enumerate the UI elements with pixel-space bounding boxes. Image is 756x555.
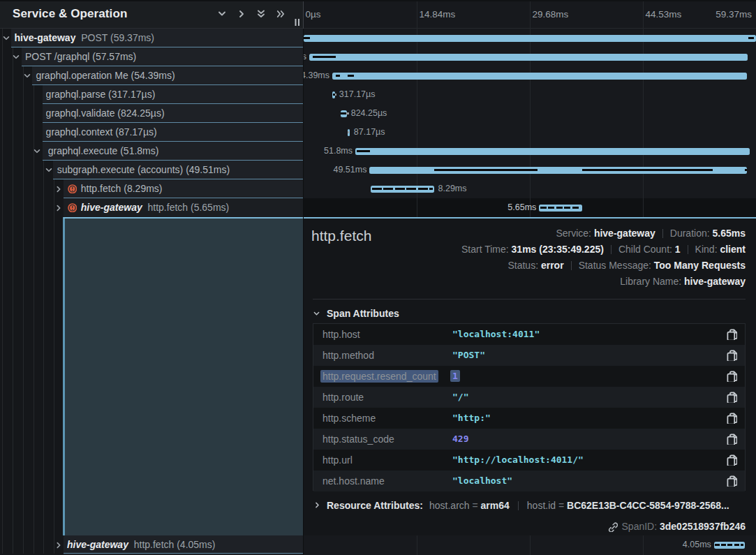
ruler-tick-label: 59.37ms [716,0,752,29]
collapse-one-button chevron-down-icon[interactable] [216,8,228,20]
attribute-row[interactable]: http.method"POST" [313,345,745,366]
span-row[interactable]: hive-gateway http.fetch (4.05ms)4.05ms [0,535,756,554]
indent-guide [2,66,3,85]
timeline-row[interactable]: 54.39ms [304,66,756,85]
copy-value-button copy-icon[interactable] [726,413,737,424]
attribute-row[interactable]: http.request.resend_count1 [313,366,745,387]
timeline-row[interactable] [304,29,756,47]
timeline-row[interactable]: 49.51ms [304,161,756,179]
timeline-row[interactable]: 5.65ms [304,198,756,217]
copy-value-button copy-icon[interactable] [726,350,737,361]
span-expander chevron-right-icon[interactable] [54,541,63,549]
indent-guide [23,217,24,535]
timeline-row[interactable]: 8.29ms [304,179,756,198]
meta-value: client [720,244,746,255]
timeline-row[interactable]: 51.8ms [304,142,756,161]
span-expander chevron-down-icon[interactable] [33,147,41,156]
timeline-row[interactable]: 824.25µs [304,104,756,123]
attribute-row[interactable]: http.route"/" [313,387,745,408]
timeline-row[interactable]: 317.17µs [304,85,756,104]
span-row[interactable]: graphql.context (87.17µs)87.17µs [0,123,756,142]
critical-path-segment [715,544,743,546]
timeline-row[interactable]: 87.17µs [304,123,756,142]
span-expander chevron-down-icon[interactable] [23,72,31,80]
indent-guide [34,217,34,535]
expand-all-button double-chevron-right-icon[interactable] [274,8,287,20]
span-expander chevron-down-icon[interactable] [12,53,20,61]
attribute-value: "POST" [452,345,485,366]
copy-value-button copy-icon[interactable] [726,475,737,487]
panel-divider-header[interactable] [303,0,304,29]
operation-name[interactable]: graphql.execute (51.8ms) [48,142,159,161]
span-name[interactable]: hive-gateway POST (59.37ms) [15,29,155,47]
operation-name[interactable]: graphql.validate (824.25µs) [46,104,165,123]
span-bar[interactable] [355,148,750,155]
operation-name[interactable]: graphql.operation Me (54.39ms) [36,66,175,85]
attribute-key: http.request.resend_count [323,366,438,387]
span-bar[interactable] [332,73,747,80]
indent-guide [2,104,3,123]
span-expander chevron-down-icon[interactable] [45,166,53,175]
equals-sign: = [556,500,567,511]
span-row[interactable]: POST /graphql (57.57ms)57.57ms [0,47,756,66]
attribute-value: 1 [452,366,460,387]
link-icon[interactable] [607,521,618,532]
meta-divider [518,501,519,510]
copy-value-button copy-icon[interactable] [726,371,737,382]
span-row[interactable]: hive-gateway POST (59.37ms) [0,29,756,47]
copy-value-button copy-icon[interactable] [726,392,737,403]
resource-attributes-row[interactable]: Resource Attributes:host.arch = arm64hos… [313,498,746,512]
span-row[interactable]: graphql.operation Me (54.39ms)54.39ms [0,66,756,85]
operation-name[interactable]: POST /graphql (57.57ms) [25,47,136,66]
attribute-value: "http:" [452,408,491,429]
timeline-row[interactable]: 4.05ms [304,535,756,554]
span-row[interactable]: graphql.validate (824.25µs)824.25µs [0,104,756,123]
attribute-key: http.host [323,324,360,345]
collapse-all-button double-chevron-down-icon[interactable] [255,8,267,20]
attribute-row[interactable]: http.host"localhost:4011" [313,324,745,345]
meta-value: Too Many Requests [654,260,746,271]
copy-value-button copy-icon[interactable] [726,434,737,445]
attribute-row[interactable]: net.host.name"localhost" [313,471,745,491]
operation-name[interactable]: http.fetch (8.29ms) [81,179,163,198]
expand-one-button chevron-right-icon[interactable] [235,8,248,20]
span-bar[interactable] [304,35,756,42]
span-row[interactable]: subgraph.execute (accounts) (49.51ms)49.… [0,161,756,179]
span-row[interactable]: http.fetch (8.29ms)8.29ms [0,179,756,198]
span-bar[interactable] [309,54,748,61]
attribute-key: http.route [323,387,364,408]
error-icon [68,184,77,194]
chevron-right-icon [313,501,321,509]
indent-guide [2,123,3,142]
span-row[interactable]: graphql.execute (51.8ms)51.8ms [0,142,756,161]
critical-path-segment [357,150,370,152]
span-id-row: SpanID: 3de02518937fb246 [607,519,746,533]
attribute-row[interactable]: http.status_code429 [313,429,745,450]
attribute-value: "http://localhost:4011/" [452,450,584,471]
operation-name[interactable]: graphql.context (87.17µs) [46,123,157,142]
copy-value-button copy-icon[interactable] [726,329,737,340]
attribute-row[interactable]: http.url"http://localhost:4011/" [313,450,745,471]
span-expander chevron-down-icon[interactable] [2,34,10,43]
detail-row-name-block[interactable] [65,217,303,535]
meta-value: 31ms (23:35:49.225) [512,244,604,255]
span-expander chevron-right-icon[interactable] [54,204,63,212]
operation-name[interactable]: subgraph.execute (accounts) (49.51ms) [57,161,230,179]
critical-path-segment [304,37,310,39]
meta-label: Status Message: [579,260,654,271]
meta-label: Status: [507,260,540,271]
span-name[interactable]: hive-gateway http.fetch (5.65ms) [81,198,229,217]
span-name[interactable]: hive-gateway http.fetch (4.05ms) [67,535,215,554]
span-expander chevron-right-icon[interactable] [54,185,63,193]
timeline-row[interactable]: 57.57ms [304,47,756,66]
indent-guide [2,142,3,161]
detail-body: http.fetchService: hive-gatewayDuration:… [304,217,756,535]
column-resizer-handle[interactable] [295,19,300,26]
span-row[interactable]: graphql.parse (317.17µs)317.17µs [0,85,756,104]
span-row[interactable]: hive-gateway http.fetch (5.65ms)5.65ms [0,198,756,217]
panel-divider[interactable] [303,29,304,555]
attribute-row[interactable]: http.scheme"http:" [313,408,745,429]
copy-value-button copy-icon[interactable] [726,454,737,466]
indent-guide [13,104,13,123]
operation-name[interactable]: graphql.parse (317.17µs) [46,85,156,104]
